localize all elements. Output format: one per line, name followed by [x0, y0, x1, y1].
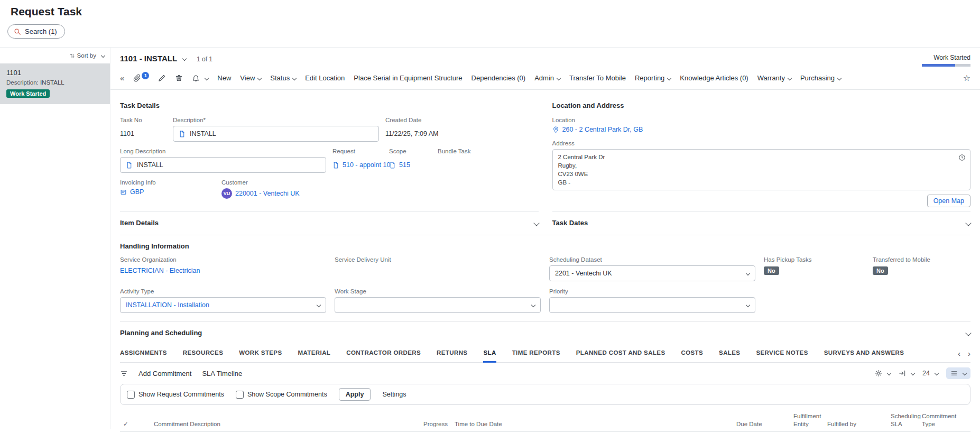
attachment-count-badge: 1 [142, 72, 149, 79]
show-scope-commitments-checkbox[interactable]: Show Scope Commitments [236, 391, 327, 399]
tab-time-reports[interactable]: TIME REPORTS [512, 345, 560, 363]
collapse-panel-button[interactable]: « [120, 73, 124, 82]
invoicing-link[interactable]: GBP [130, 188, 144, 196]
notifications-button[interactable] [192, 74, 208, 82]
address-line: GB - [558, 178, 955, 187]
tab-planned-cost-and-sales[interactable]: PLANNED COST AND SALES [576, 345, 665, 363]
transfer-to-mobile-button[interactable]: Transfer To Mobile [569, 74, 626, 82]
list-view-button[interactable] [946, 367, 970, 379]
task-dates-section-toggle[interactable]: Task Dates [552, 211, 971, 234]
tab-returns[interactable]: RETURNS [437, 345, 467, 363]
activity-type-select[interactable]: INSTALLATION - Installation [120, 297, 326, 313]
sort-by-label: Sort by [77, 52, 96, 59]
tab-costs[interactable]: COSTS [681, 345, 703, 363]
delete-button[interactable] [175, 74, 183, 82]
transferred-to-mobile-badge: No [873, 266, 888, 275]
service-delivery-unit-label: Service Delivery Unit [335, 256, 541, 263]
tab-work-steps[interactable]: WORK STEPS [239, 345, 282, 363]
address-history-button[interactable] [958, 154, 966, 161]
edit-button[interactable] [158, 74, 166, 82]
tab-material[interactable]: MATERIAL [298, 345, 331, 363]
action-toolbar: « 1 New View Status Edit Location Place … [110, 69, 980, 90]
service-organization-link[interactable]: ELECTRICIAN - Electrician [120, 267, 200, 274]
long-description-input[interactable]: INSTALL [120, 157, 326, 173]
page-size-select[interactable]: 24 [922, 370, 938, 377]
task-details-section: Task Details Task No 1101 Description* I… [120, 102, 539, 207]
location-section: Location and Address Location 260 - 2 Ce… [552, 102, 971, 207]
tabs-scroll-left-button[interactable]: ‹ [958, 349, 960, 358]
bell-icon [192, 74, 200, 82]
customer-link[interactable]: 220001 - Ventechi UK [235, 190, 300, 197]
checkbox-icon [127, 391, 135, 399]
settings-button[interactable]: Settings [382, 391, 406, 398]
open-map-button[interactable]: Open Map [927, 195, 970, 207]
select-all-column-header[interactable]: ✓ [120, 420, 138, 428]
tab-contractor-orders[interactable]: CONTRACTOR ORDERS [346, 345, 421, 363]
location-link[interactable]: 260 - 2 Central Park Dr, GB [562, 126, 643, 133]
knowledge-articles-button[interactable]: Knowledge Articles (0) [680, 74, 748, 82]
sort-by-button[interactable]: Sort by [69, 52, 105, 59]
reporting-menu-button[interactable]: Reporting [635, 74, 671, 82]
scope-link[interactable]: 515 [399, 157, 410, 173]
tab-sales[interactable]: SALES [719, 345, 740, 363]
priority-select[interactable] [549, 297, 755, 313]
due-date-header: Due Date [736, 420, 793, 428]
work-stage-select[interactable] [335, 297, 541, 313]
task-list-item[interactable]: 1101 Description: INSTALL Work Started [0, 63, 110, 104]
table-settings-button[interactable] [875, 370, 891, 377]
chevron-left-icon: ‹ [958, 349, 960, 358]
show-request-commitments-checkbox[interactable]: Show Request Commitments [127, 391, 224, 399]
admin-menu-button[interactable]: Admin [534, 74, 560, 82]
edit-location-button[interactable]: Edit Location [305, 74, 345, 82]
planning-tabs: ASSIGNMENTS RESOURCES WORK STEPS MATERIA… [120, 345, 970, 363]
dependencies-button[interactable]: Dependencies (0) [471, 74, 526, 82]
gear-icon [875, 370, 882, 377]
warranty-menu-button[interactable]: Warranty [757, 74, 791, 82]
expand-columns-button[interactable] [899, 370, 914, 377]
tabs-scroll-right-button[interactable]: › [968, 349, 970, 358]
planning-scheduling-section-toggle[interactable]: Planning and Scheduling [120, 321, 970, 344]
chevron-down-icon [837, 76, 842, 80]
invoicing-info-label: Invoicing Info [120, 179, 215, 186]
customer-label: Customer [221, 179, 300, 186]
tab-resources[interactable]: RESOURCES [183, 345, 223, 363]
attachments-button[interactable]: 1 [133, 74, 149, 82]
chevron-down-icon [746, 271, 750, 275]
add-commitment-button[interactable]: Add Commitment [138, 370, 191, 377]
description-input[interactable]: INSTALL [173, 126, 379, 142]
clock-icon [958, 154, 966, 161]
sla-timeline-button[interactable]: SLA Timeline [202, 370, 242, 377]
place-serial-button[interactable]: Place Serial in Equipment Structure [354, 74, 462, 82]
favorite-button[interactable]: ☆ [963, 73, 970, 83]
task-title: 1101 - INSTALL [120, 54, 177, 63]
task-header: 1101 - INSTALL 1 of 1 Work Started [110, 48, 980, 69]
chevron-down-icon [887, 371, 891, 375]
chevron-down-icon [257, 76, 262, 80]
chevron-down-icon [182, 57, 186, 61]
item-details-section-toggle[interactable]: Item Details [120, 211, 539, 234]
search-button[interactable]: Search (1) [7, 24, 65, 39]
new-button[interactable]: New [217, 74, 231, 82]
document-icon [179, 131, 186, 137]
chevron-down-icon [935, 371, 939, 375]
chevron-down-icon [746, 303, 750, 307]
tab-sla[interactable]: SLA [483, 345, 496, 363]
request-link[interactable]: 510 - appoint 10 [343, 157, 390, 173]
activity-type-label: Activity Type [120, 288, 326, 294]
view-menu-button[interactable]: View [240, 74, 261, 82]
apply-button[interactable]: Apply [339, 388, 371, 401]
address-label: Address [552, 140, 971, 146]
task-title-dropdown[interactable]: 1101 - INSTALL [120, 54, 186, 63]
scope-icon [389, 162, 396, 169]
fulfilled-by-header: Fulfilled by [827, 420, 891, 428]
tab-surveys-and-answers[interactable]: SURVEYS AND ANSWERS [824, 345, 904, 363]
service-organization-label: Service Organization [120, 256, 326, 263]
purchasing-menu-button[interactable]: Purchasing [800, 74, 841, 82]
item-details-title: Item Details [120, 219, 159, 227]
tab-service-notes[interactable]: SERVICE NOTES [756, 345, 808, 363]
status-menu-button[interactable]: Status [270, 74, 296, 82]
filter-button[interactable] [120, 370, 128, 377]
tab-assignments[interactable]: ASSIGNMENTS [120, 345, 167, 363]
scheduling-dataset-select[interactable]: 2201 - Ventechi UK [549, 265, 755, 281]
task-list-item-description: Description: INSTALL [6, 79, 104, 86]
